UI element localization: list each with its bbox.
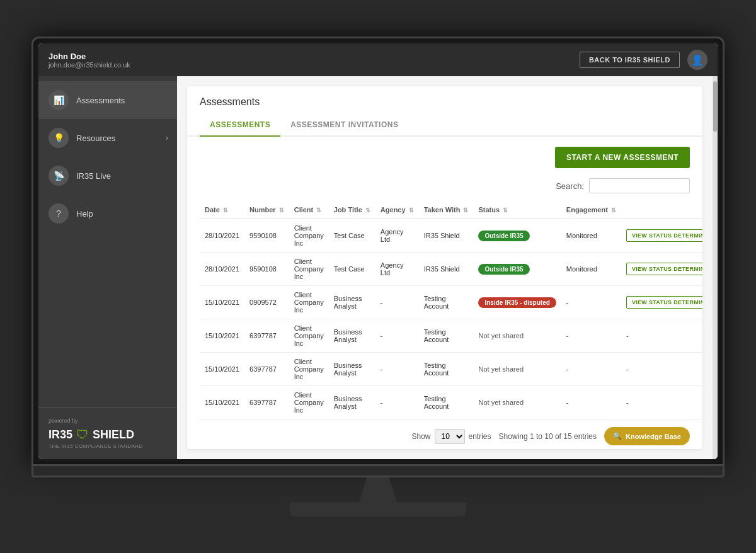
tab-assessments[interactable]: ASSESSMENTS — [200, 114, 280, 137]
bulb-icon: 💡 — [49, 128, 69, 148]
no-action: - — [626, 399, 629, 406]
table-row: 15/10/2021 6397787 Client Company Inc Bu… — [200, 386, 702, 419]
cell-taken-with: IR35 Shield — [419, 219, 474, 253]
col-job-title[interactable]: Job Title ⇅ — [329, 201, 375, 219]
cell-job-title: Business Analyst — [329, 319, 375, 353]
view-sds-button[interactable]: VIEW STATUS DETERMINATION STATEMENT — [626, 296, 702, 309]
search-row: Search: — [200, 178, 690, 193]
sidebar-item-help-label: Help — [76, 209, 93, 219]
col-taken-with[interactable]: Taken With ⇅ — [419, 201, 474, 219]
showing-text: Showing 1 to 10 of 15 entries — [499, 432, 597, 441]
cell-number: 6397787 — [244, 353, 289, 386]
sidebar-item-assessments[interactable]: 📊 Assessments — [38, 81, 177, 119]
sidebar-item-help[interactable]: ? Help — [38, 195, 177, 232]
table-header-row: Date ⇅ Number ⇅ Client ⇅ Job Title ⇅ Age… — [200, 201, 702, 219]
avatar[interactable]: 👤 — [687, 50, 707, 70]
cell-view-action: VIEW STATUS DETERMINATION STATEMENT — [621, 253, 702, 286]
cell-job-title: Test Case — [329, 219, 375, 253]
cell-date: 28/10/2021 — [200, 219, 244, 253]
cell-status: Outside IR35 — [473, 253, 561, 286]
table-row: 15/10/2021 0909572 Client Company Inc Bu… — [200, 286, 702, 319]
sidebar-item-resources[interactable]: 💡 Resources › — [38, 119, 177, 157]
scrollbar[interactable] — [713, 76, 718, 459]
cell-job-title: Test Case — [329, 253, 375, 286]
table-top-actions: START A NEW ASSESSMENT — [200, 147, 690, 168]
cell-engagement: - — [561, 353, 621, 386]
search-input[interactable] — [589, 178, 690, 193]
table-footer: Show 10 25 50 entries Showing 1 to — [200, 419, 690, 449]
scroll-thumb — [713, 81, 717, 132]
cell-taken-with: Testing Account — [419, 386, 474, 419]
question-icon: ? — [49, 203, 69, 224]
cell-agency: - — [375, 386, 419, 419]
cell-view-action: - — [621, 386, 702, 419]
cell-date: 28/10/2021 — [200, 253, 244, 286]
logo-subtitle: THE IR35 COMPLIANCE STANDARD — [49, 443, 167, 449]
user-email: john.doe@ir35shield.co.uk — [49, 61, 130, 69]
powered-by-text: powered by — [49, 418, 167, 424]
logo-shield: SHIELD — [93, 428, 134, 442]
sidebar-item-assessments-label: Assessments — [76, 96, 125, 105]
content-area: Assessments ASSESSMENTS ASSESSMENT INVIT… — [177, 76, 713, 459]
cell-number: 0909572 — [244, 286, 289, 319]
radio-icon: 📡 — [49, 166, 69, 186]
status-badge: Inside IR35 - disputed — [478, 297, 556, 308]
top-bar: John Doe john.doe@ir35shield.co.uk BACK … — [38, 43, 718, 76]
view-sds-button[interactable]: VIEW STATUS DETERMINATION STATEMENT — [626, 263, 702, 275]
entries-label: entries — [469, 432, 491, 441]
cell-taken-with: Testing Account — [419, 353, 474, 386]
cell-view-action: - — [621, 319, 702, 353]
show-label: Show — [411, 432, 430, 441]
knowledge-base-button[interactable]: 🔍 Knowledge Base — [604, 427, 690, 445]
sidebar: 📊 Assessments 💡 Resources › 📡 IR35 Live — [38, 76, 177, 459]
sidebar-item-ir35live[interactable]: 📡 IR35 Live — [38, 157, 177, 195]
sidebar-nav: 📊 Assessments 💡 Resources › 📡 IR35 Live — [38, 76, 177, 232]
cell-client: Client Company Inc — [289, 219, 329, 253]
view-sds-button[interactable]: VIEW STATUS DETERMINATION STATEMENT — [626, 229, 702, 242]
back-to-ir35-button[interactable]: BACK TO IR35 SHIELD — [580, 52, 680, 68]
content-card: Assessments ASSESSMENTS ASSESSMENT INVIT… — [187, 86, 702, 449]
table-row: 28/10/2021 9590108 Client Company Inc Te… — [200, 253, 702, 286]
no-action: - — [626, 332, 629, 339]
cell-status: Outside IR35 — [473, 219, 561, 253]
top-bar-right: BACK TO IR35 SHIELD 👤 — [580, 50, 707, 70]
avatar-icon: 👤 — [691, 54, 704, 66]
cell-engagement: Monitored — [561, 219, 621, 253]
cell-client: Client Company Inc — [289, 353, 329, 386]
status-text: Not yet shared — [478, 365, 524, 373]
shield-logo-icon: 🛡 — [76, 428, 89, 442]
cell-client: Client Company Inc — [289, 253, 329, 286]
cell-engagement: Monitored — [561, 253, 621, 286]
status-badge: Outside IR35 — [478, 231, 529, 241]
tab-assessment-invitations[interactable]: ASSESSMENT INVITATIONS — [280, 114, 408, 137]
cell-number: 9590108 — [244, 253, 289, 286]
user-info: John Doe john.doe@ir35shield.co.uk — [49, 52, 130, 69]
logo-ir35: IR35 — [49, 428, 72, 442]
col-actions — [621, 201, 702, 219]
col-number[interactable]: Number ⇅ — [244, 201, 289, 219]
cell-view-action: - — [621, 353, 702, 386]
tabs: ASSESSMENTS ASSESSMENT INVITATIONS — [187, 113, 702, 137]
cell-date: 15/10/2021 — [200, 353, 244, 386]
cell-date: 15/10/2021 — [200, 386, 244, 419]
cell-engagement: - — [561, 286, 621, 319]
chart-icon: 📊 — [49, 90, 69, 110]
status-badge: Outside IR35 — [478, 264, 529, 275]
cell-agency: - — [375, 286, 419, 319]
col-status[interactable]: Status ⇅ — [473, 201, 561, 219]
start-new-assessment-button[interactable]: START A NEW ASSESSMENT — [555, 147, 690, 168]
cell-client: Client Company Inc — [289, 286, 329, 319]
show-entries: Show 10 25 50 entries — [411, 429, 491, 444]
cell-status: Inside IR35 - disputed — [473, 286, 561, 319]
assessments-table: Date ⇅ Number ⇅ Client ⇅ Job Title ⇅ Age… — [200, 201, 702, 419]
col-date[interactable]: Date ⇅ — [200, 201, 244, 219]
cell-job-title: Business Analyst — [329, 286, 375, 319]
col-engagement[interactable]: Engagement ⇅ — [561, 201, 621, 219]
cell-client: Client Company Inc — [289, 386, 329, 419]
cell-taken-with: Testing Account — [419, 319, 474, 353]
cell-status: Not yet shared — [473, 319, 561, 353]
entries-select[interactable]: 10 25 50 — [435, 429, 465, 444]
col-client[interactable]: Client ⇅ — [289, 201, 329, 219]
cell-view-action: VIEW STATUS DETERMINATION STATEMENT — [621, 219, 702, 253]
col-agency[interactable]: Agency ⇅ — [375, 201, 419, 219]
